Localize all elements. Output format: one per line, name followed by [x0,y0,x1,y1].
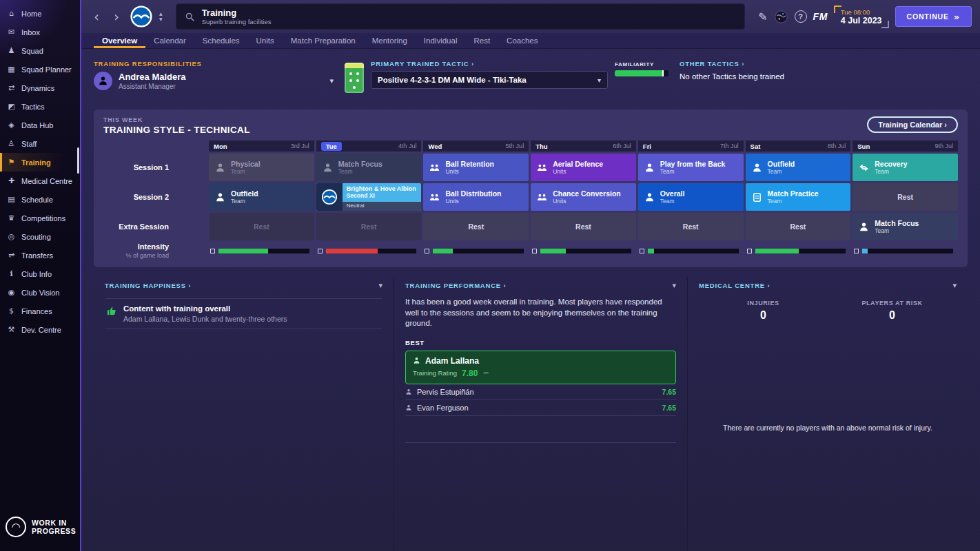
rest-cell[interactable]: Rest [746,213,851,240]
sidebar-item-transfers[interactable]: ⇌Transfers [0,246,80,264]
rest-cell[interactable]: Rest [423,213,529,240]
sidebar-item-data-hub[interactable]: ◈Data Hub [0,116,80,134]
tab-individual[interactable]: Individual [416,33,466,48]
sidebar-item-competitions[interactable]: ♛Competitions [0,209,80,227]
tab-rest[interactable]: Rest [465,33,498,48]
happiness-item[interactable]: Content with training overall Adam Lalla… [105,298,382,329]
session-cell-recovery[interactable]: RecoveryTeam [853,154,958,181]
edit-icon[interactable]: ✎ [758,10,767,23]
club-badge-icon[interactable] [130,5,153,28]
responsible-staff[interactable]: Andrea Maldera Assistant Manager ▾ [94,72,334,90]
tab-calendar[interactable]: Calendar [145,33,194,48]
intensity-bar [209,242,314,259]
continue-button[interactable]: CONTINUE » [895,6,972,27]
match-cell[interactable]: Brighton & Hove Albion Second XI Neutral [316,183,422,211]
responsibilities-label: TRAINING RESPONSIBILITIES [94,60,334,67]
sidebar-item-squad[interactable]: ♟Squad [0,41,80,60]
session-cell-extra-match-focus[interactable]: Match FocusTeam [853,213,958,240]
sidebar-item-club-vision[interactable]: ◉Club Vision [0,283,80,302]
session-cell-match-focus[interactable]: Match FocusTeam [316,154,422,181]
chevron-down-icon[interactable]: ▾ [952,281,957,290]
chevron-down-icon[interactable]: ▾ [329,76,334,85]
best-label: BEST [405,339,676,346]
sidebar-item-home[interactable]: ⌂Home [0,4,80,23]
sidebar-item-medical-centre[interactable]: ✚Medical Centre [0,171,80,190]
sidebar-item-schedule[interactable]: ▤Schedule [0,190,80,209]
chevron-down-icon[interactable]: ▾ [672,281,676,290]
chevron-down-icon[interactable]: ▾ [378,281,382,290]
tab-schedules[interactable]: Schedules [194,33,248,48]
session-cell-ball-retention[interactable]: Ball RetentionUnits [423,154,529,181]
player-name: Pervis Estupiñán [417,388,474,396]
sidebar-item-finances[interactable]: $Finances [0,302,80,320]
sidebar-item-training[interactable]: ⚑Training [0,153,80,171]
session-cell-ball-distribution[interactable]: Ball DistributionUnits [423,183,529,211]
rest-cell[interactable]: Rest [531,213,636,240]
best-player-name: Adam Lallana [425,356,479,366]
player-icon [405,404,412,411]
tab-coaches[interactable]: Coaches [498,33,546,48]
sidebar-item-staff[interactable]: ♙Staff [0,134,80,153]
session-cell-play-from-back[interactable]: Play from the BackTeam [638,154,744,181]
session-cell-overall[interactable]: OverallTeam [638,183,744,211]
tab-mentoring[interactable]: Mentoring [364,33,416,48]
rest-cell[interactable]: Rest [209,213,314,240]
performance-row[interactable]: Pervis Estupiñán 7.65 [405,384,676,400]
club-switcher[interactable]: ▲▼ [159,12,163,21]
rest-cell[interactable]: Rest [853,183,958,211]
sidebar-item-label: Competitions [21,214,65,222]
sidebar-item-scouting[interactable]: ◎Scouting [0,227,80,246]
player-rating: 7.65 [662,388,676,396]
players-at-risk-label: PLAYERS AT RISK [828,300,957,306]
person-icon [323,163,333,173]
search-bar[interactable]: Training Superb training facilities [176,3,746,30]
date-display: Tue 08:00 4 Jul 2023 [834,6,889,28]
person-icon [644,192,655,202]
session-cell-chance-conversion[interactable]: Chance ConversionUnits [531,183,636,211]
tactic-select[interactable]: Positive 4-2-3-1 DM AM Wide - Tiki-Taka … [371,71,608,89]
performance-row[interactable]: Evan Ferguson 7.65 [405,400,676,416]
other-tactics-panel: OTHER TACTICS › No other Tactics being t… [680,60,968,101]
primary-tactic-label[interactable]: PRIMARY TRAINED TACTIC › [371,60,608,67]
tab-units[interactable]: Units [248,33,283,48]
sidebar-scrollbar[interactable] [77,147,79,174]
session-cell-outfield[interactable]: OutfieldTeam [746,154,851,181]
medical-centre-label[interactable]: MEDICAL CENTRE › [699,282,770,289]
familiarity-label: FAMILIARITY [615,61,668,67]
rest-cell[interactable]: Rest [316,213,422,240]
players-at-risk-value: 0 [828,309,957,322]
help-icon[interactable]: ? [795,10,807,23]
dev-centre-icon: ⚒ [6,325,17,334]
training-performance-label[interactable]: TRAINING PERFORMANCE › [405,282,506,289]
fm-training-screen: ⌂Home ✉Inbox ♟Squad ▦Squad Planner ⇄Dyna… [0,0,980,551]
best-player-card[interactable]: Adam Lallana Training Rating 7.80 − [405,351,676,384]
training-responsibilities-panel: TRAINING RESPONSIBILITIES Andrea Maldera… [94,60,334,101]
sidebar-item-tactics[interactable]: ◩Tactics [0,97,80,116]
board-icon [752,192,762,202]
sidebar-item-club-info[interactable]: ℹClub Info [0,264,80,283]
tab-match-preparation[interactable]: Match Preparation [283,33,364,48]
tab-overview[interactable]: Overview [94,33,145,48]
intensity-bar [638,242,744,259]
sidebar-item-dev-centre[interactable]: ⚒Dev. Centre [0,320,80,339]
back-button[interactable]: ‹ [90,8,103,25]
match-venue: Neutral [343,202,422,211]
rest-cell[interactable]: Rest [638,213,744,240]
training-happiness-label[interactable]: TRAINING HAPPINESS › [105,282,191,289]
world-icon[interactable] [774,10,788,24]
sidebar-item-inbox[interactable]: ✉Inbox [0,23,80,41]
sidebar-item-dynamics[interactable]: ⇄Dynamics [0,79,80,97]
intensity-bar [746,242,851,259]
session-cell-match-practice[interactable]: Match PracticeTeam [746,183,851,211]
squad-planner-icon: ▦ [6,65,17,74]
forward-button[interactable]: › [110,8,123,25]
sidebar-item-squad-planner[interactable]: ▦Squad Planner [0,60,80,79]
injuries-stat: INJURIES 0 [699,300,828,322]
session-cell-outfield-2[interactable]: OutfieldTeam [209,183,314,211]
person-icon [752,163,762,173]
session-cell-aerial-defence[interactable]: Aerial DefenceUnits [531,154,636,181]
other-tactics-label[interactable]: OTHER TACTICS › [680,60,968,67]
training-calendar-button[interactable]: Training Calendar › [867,116,958,133]
session-cell-physical[interactable]: PhysicalTeam [209,154,314,181]
wip-line1: WORK IN [32,519,76,527]
